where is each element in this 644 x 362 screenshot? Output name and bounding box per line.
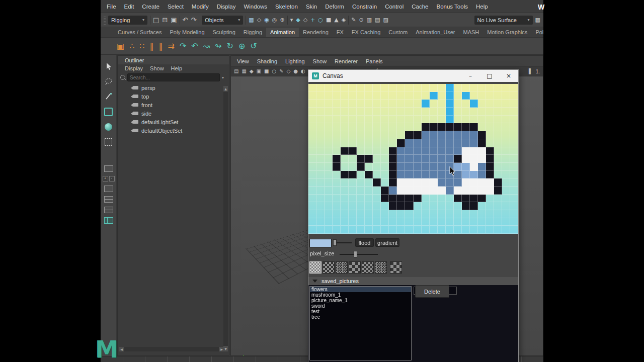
pixel-cell[interactable]	[422, 116, 430, 124]
shelf-tab[interactable]: Rigging	[239, 28, 266, 37]
pixel-cell[interactable]	[454, 84, 462, 92]
pane-plus-button[interactable]: +	[103, 176, 108, 182]
pixel-cell[interactable]	[316, 226, 325, 234]
pixel-cell[interactable]	[365, 171, 373, 179]
brush-pattern-3[interactable]	[336, 261, 348, 274]
pixel-cell[interactable]	[381, 226, 389, 234]
pixel-cell[interactable]	[486, 178, 494, 187]
pixel-cell[interactable]	[397, 155, 405, 163]
pixel-cell[interactable]	[494, 147, 502, 155]
pixel-cell[interactable]	[430, 210, 438, 218]
pixel-cell[interactable]	[462, 226, 470, 234]
pixel-size-slider-handle[interactable]	[354, 251, 357, 257]
pixel-cell[interactable]	[446, 195, 454, 203]
pixel-cell[interactable]	[373, 202, 381, 210]
pixel-cell[interactable]	[333, 131, 341, 139]
pixel-cell[interactable]	[357, 139, 365, 147]
pixel-cell[interactable]	[357, 155, 365, 163]
menu-item[interactable]: Constrain	[348, 0, 381, 13]
pixel-cell[interactable]	[478, 171, 486, 179]
gradient-button[interactable]: gradient	[375, 238, 399, 247]
pixel-cell[interactable]	[470, 108, 478, 116]
pixel-cell[interactable]	[430, 92, 438, 100]
pixel-cell[interactable]	[373, 100, 381, 108]
pixel-cell[interactable]	[478, 178, 486, 187]
two-d-pan-zoom-icon[interactable]: ○	[272, 67, 277, 75]
pixel-cell[interactable]	[454, 131, 462, 139]
pixel-cell[interactable]	[325, 100, 333, 108]
pixel-cell[interactable]	[510, 210, 518, 218]
pixel-cell[interactable]	[341, 178, 349, 187]
pixel-cell[interactable]	[414, 210, 422, 218]
shaded-icon[interactable]: ●	[293, 67, 298, 75]
pixel-cell[interactable]	[381, 131, 389, 139]
pixel-cell[interactable]	[316, 123, 325, 131]
pixel-cell[interactable]	[373, 116, 381, 124]
current-color-swatch[interactable]	[309, 239, 332, 247]
pixel-cell[interactable]	[365, 218, 373, 226]
viewport-men​u-item[interactable]: Show	[313, 58, 327, 64]
layout-four-pane-button[interactable]	[104, 196, 113, 203]
pixel-cell[interactable]	[349, 139, 357, 147]
pixel-cell[interactable]	[462, 218, 470, 226]
pixel-cell[interactable]	[502, 116, 510, 124]
pixel-cell[interactable]	[454, 218, 462, 226]
pixel-cell[interactable]	[389, 195, 397, 203]
snap-to-plane-icon[interactable]: ◎	[272, 15, 277, 25]
pixel-cell[interactable]	[494, 163, 502, 171]
pixel-cell[interactable]	[430, 187, 438, 195]
pixel-cell[interactable]	[422, 202, 430, 210]
pixel-cell[interactable]	[373, 123, 381, 131]
pixel-cell[interactable]	[430, 171, 438, 179]
pixel-cell[interactable]	[325, 155, 333, 163]
pixel-cell[interactable]	[308, 163, 316, 171]
pixel-cell[interactable]	[308, 131, 316, 139]
flood-button[interactable]: flood	[355, 238, 374, 247]
ipr-render-icon[interactable]: ▥	[367, 15, 372, 25]
pixel-cell[interactable]	[438, 100, 446, 108]
pixel-cell[interactable]	[397, 195, 405, 203]
pixel-cell[interactable]	[333, 210, 341, 218]
retime-keys-icon[interactable]: ⇉	[168, 39, 175, 53]
pixel-cell[interactable]	[486, 123, 494, 131]
pixel-cell[interactable]	[430, 123, 438, 131]
graph-curve-icon[interactable]: ↷	[180, 39, 186, 53]
pixel-cell[interactable]	[373, 171, 381, 179]
pixel-cell[interactable]	[349, 100, 357, 108]
pixel-cell[interactable]	[470, 202, 478, 210]
pixel-cell[interactable]	[478, 210, 486, 218]
pixel-cell[interactable]	[438, 171, 446, 179]
pixel-cell[interactable]	[349, 116, 357, 124]
menu-item[interactable]: Create	[138, 0, 164, 13]
pixel-cell[interactable]	[454, 100, 462, 108]
pixel-cell[interactable]	[486, 171, 494, 179]
pixel-cell[interactable]	[414, 202, 422, 210]
pixel-cell[interactable]	[478, 226, 486, 234]
pixel-cell[interactable]	[357, 171, 365, 179]
pixel-cell[interactable]	[308, 187, 316, 195]
pixel-cell[interactable]	[462, 163, 470, 171]
pixel-cell[interactable]	[389, 84, 397, 92]
pixel-cell[interactable]	[510, 123, 518, 131]
pixel-cell[interactable]	[494, 123, 502, 131]
pixel-cell[interactable]	[365, 163, 373, 171]
pixel-cell[interactable]	[373, 155, 381, 163]
pixel-cell[interactable]	[454, 108, 462, 116]
shelf-tab[interactable]: Animation_User	[412, 28, 459, 37]
textured-icon[interactable]: ◐	[301, 67, 305, 75]
pixel-cell[interactable]	[357, 187, 365, 195]
pixel-cell[interactable]	[486, 92, 494, 100]
pixel-cell[interactable]	[349, 108, 357, 116]
pixel-cell[interactable]	[397, 171, 405, 179]
layout-split-button[interactable]	[104, 207, 113, 213]
renderer-icon[interactable]: ▌	[529, 67, 533, 75]
pixel-cell[interactable]	[365, 210, 373, 218]
pixel-cell[interactable]	[308, 84, 316, 92]
pixel-cell[interactable]	[414, 147, 422, 155]
shelf-tab[interactable]: FX Caching	[348, 28, 384, 37]
lock-camera-icon[interactable]: ▦	[242, 67, 246, 75]
pixel-cell[interactable]	[470, 187, 478, 195]
pixel-cell[interactable]	[381, 147, 389, 155]
pixel-cell[interactable]	[454, 226, 462, 234]
pixel-size-slider-track[interactable]	[340, 254, 378, 255]
